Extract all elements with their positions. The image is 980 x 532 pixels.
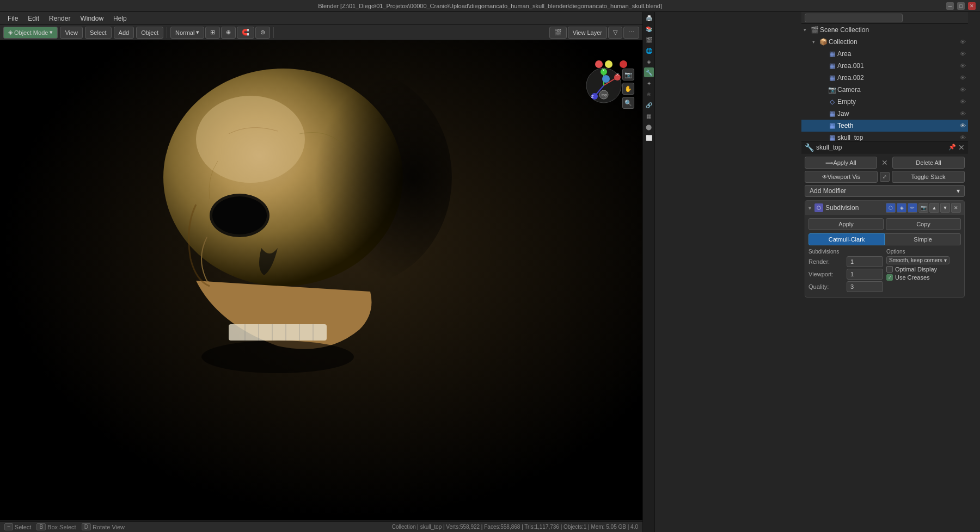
outliner-item-empty[interactable]: ◇ Empty 👁 (801, 96, 968, 108)
mode-selector[interactable]: ◈ Object Mode ▾ (3, 27, 58, 39)
subdiv-expand-icon[interactable]: ▾ (808, 205, 811, 211)
menu-file[interactable]: File (3, 14, 22, 23)
linked-objects-btn[interactable]: ⊞ (205, 27, 220, 39)
svg-text:X: X (616, 72, 619, 76)
add-menu[interactable]: Add (114, 27, 134, 39)
render-label: Render: (808, 258, 847, 265)
outliner-item-scene-collection[interactable]: ▾ 🎬 Scene Collection (801, 24, 968, 36)
zoom-camera-button[interactable]: 📷 (622, 69, 634, 81)
subdiv-down-btn[interactable]: ▼ (940, 203, 950, 213)
props-close-btn[interactable]: ✕ (958, 143, 965, 152)
apply-all-close-btn[interactable]: ✕ (879, 157, 890, 168)
menu-window[interactable]: Window (76, 14, 108, 23)
outliner-item-jaw[interactable]: ▦ Jaw 👁 (801, 108, 968, 120)
viewport-overlay-dropdown[interactable]: Normal ▾ (170, 27, 204, 39)
props-icon-data[interactable]: ▦ (644, 111, 654, 121)
outliner-item-collection[interactable]: ▾ 📦 Collection 👁 (801, 36, 968, 48)
empty-vis[interactable]: 👁 (960, 98, 966, 105)
subdiv-btn-1[interactable]: ⬡ (886, 203, 896, 213)
color-dot-yellow[interactable] (605, 60, 612, 68)
apply-button[interactable]: Apply (808, 218, 884, 230)
subdiv-btn-camera[interactable]: 📷 (918, 203, 928, 213)
optimal-display-checkbox[interactable] (886, 266, 893, 273)
pivot-btn[interactable]: ⊕ (221, 27, 236, 39)
menu-help[interactable]: Help (109, 14, 131, 23)
view-menu[interactable]: View (60, 27, 83, 39)
menu-edit[interactable]: Edit (23, 14, 44, 23)
color-dot-red[interactable] (595, 60, 603, 68)
props-modifier-icon: 🔧 (805, 143, 814, 152)
subdiv-up-btn[interactable]: ▲ (929, 203, 939, 213)
props-icon-modifier[interactable]: 🔧 (644, 67, 654, 77)
props-icon-particles[interactable]: ✦ (644, 78, 654, 88)
props-icon-scene[interactable]: 🎬 (644, 35, 654, 45)
object-menu[interactable]: Object (136, 27, 163, 39)
collection-icon: 📦 (819, 38, 827, 46)
use-creases-checkbox[interactable]: ✓ (886, 274, 893, 281)
view-layer-btn[interactable]: View Layer (568, 27, 607, 39)
viewport-vis-button[interactable]: 👁 Viewport Vis (805, 171, 878, 183)
area001-expand (821, 63, 826, 69)
smooth-corners-dropdown[interactable]: Smooth, keep corners ▾ (886, 256, 950, 264)
viewport-vis-row: 👁 Viewport Vis ⤢ Toggle Stack (805, 171, 965, 183)
subdiv-action-buttons: ⬡ ◈ ✏ 📷 ▲ ▼ ✕ (886, 203, 961, 213)
render-value[interactable]: 1 (847, 256, 883, 267)
catmull-clark-button[interactable]: Catmull-Clark (808, 233, 885, 245)
minimize-button[interactable]: ─ (946, 2, 954, 10)
collection-vis-icon[interactable]: 👁 (960, 39, 966, 45)
props-icon-object[interactable]: ◈ (644, 57, 654, 66)
area002-vis[interactable]: 👁 (960, 75, 966, 81)
subdiv-close-btn[interactable]: ✕ (951, 203, 961, 213)
viewport-field-value[interactable]: 1 (847, 269, 883, 280)
teeth-vis[interactable]: 👁 (960, 122, 966, 129)
camera-vis[interactable]: 👁 (960, 86, 966, 93)
area-vis[interactable]: 👁 (960, 51, 966, 57)
zoom-button[interactable]: 🔍 (622, 97, 634, 109)
scene-picker-btn[interactable]: 🎬 (549, 27, 567, 39)
outliner-item-teeth[interactable]: ▦ Teeth 👁 (801, 120, 968, 132)
apply-all-button[interactable]: ⟹ Apply All (805, 157, 877, 169)
outliner-search-input[interactable] (805, 14, 903, 22)
snap-btn[interactable]: 🧲 (237, 27, 254, 39)
quality-field-value[interactable]: 3 (847, 281, 883, 292)
add-modifier-button[interactable]: Add Modifier ▾ (805, 185, 965, 197)
outliner-item-skull-top[interactable]: ▦ skull_top 👁 (801, 132, 968, 141)
props-pin-btn[interactable]: 📌 (948, 144, 956, 151)
props-icon-physics[interactable]: ⚛ (644, 89, 654, 99)
close-button[interactable]: ✕ (968, 2, 976, 10)
delete-all-button[interactable]: Delete All (892, 157, 965, 169)
color-dot-active[interactable] (620, 60, 627, 68)
proportional-edit-btn[interactable]: ⊚ (255, 27, 270, 39)
camera-expand (821, 87, 826, 92)
pan-button[interactable]: ✋ (622, 83, 634, 95)
props-icon-constraints[interactable]: 🔗 (644, 100, 654, 110)
select-menu[interactable]: Select (85, 27, 112, 39)
filter-btn[interactable]: ▽ (608, 27, 622, 39)
viewport-nav-gizmo[interactable]: X Z Y top (585, 66, 623, 104)
props-icon-scene-props[interactable]: ⬜ (644, 133, 654, 143)
props-icon-output[interactable]: 🖨️ (644, 13, 654, 23)
simple-button[interactable]: Simple (885, 233, 961, 245)
outliner-item-area[interactable]: ▦ Area 👁 (801, 48, 968, 60)
options-btn[interactable]: ⋯ (623, 27, 639, 39)
outliner-item-area001[interactable]: ▦ Area.001 👁 (801, 60, 968, 72)
toggle-stack-button[interactable]: Toggle Stack (892, 171, 965, 183)
outliner-panel: ⊞ Scene Collection ▽ ⚙ ▾ 🎬 Scene Collect… (801, 0, 968, 141)
viewport-vis-expand-btn[interactable]: ⤢ (880, 172, 890, 182)
subdiv-btn-2[interactable]: ◈ (897, 203, 906, 213)
maximize-button[interactable]: □ (957, 2, 965, 10)
props-icon-material[interactable]: ⬤ (644, 122, 654, 132)
outliner-item-camera[interactable]: 📷 Camera 👁 (801, 84, 968, 96)
jaw-vis[interactable]: 👁 (960, 110, 966, 117)
skull-top-vis[interactable]: 👁 (960, 134, 966, 141)
copy-button[interactable]: Copy (886, 218, 961, 230)
area002-mesh-icon: ▦ (828, 74, 836, 82)
menu-render[interactable]: Render (45, 14, 75, 23)
viewport-toolbar: ◈ Object Mode ▾ View Select Add Object N… (0, 25, 642, 40)
viewport[interactable]: X Z Y top 📷 ✋ 🔍 (0, 25, 642, 520)
area001-vis[interactable]: 👁 (960, 63, 966, 69)
outliner-item-area002[interactable]: ▦ Area.002 👁 (801, 72, 968, 84)
props-icon-view-layer[interactable]: 📚 (644, 24, 654, 34)
props-icon-world[interactable]: 🌐 (644, 46, 654, 55)
subdiv-btn-edit[interactable]: ✏ (908, 203, 917, 213)
